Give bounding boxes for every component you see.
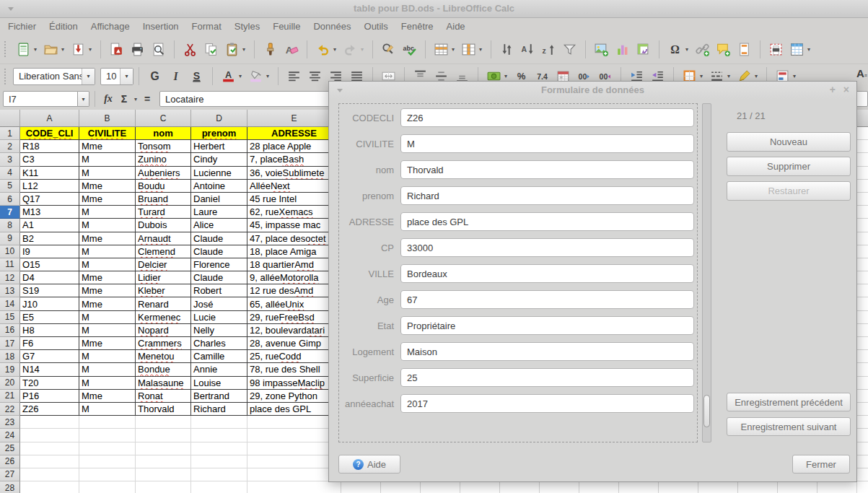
cell-E22[interactable]: place des GPL xyxy=(247,403,341,416)
cell-D20[interactable]: Louise xyxy=(191,377,247,390)
cell-C19[interactable]: Bondue xyxy=(136,363,191,376)
cell-C22[interactable]: Thorvald xyxy=(136,403,191,416)
cell-S24[interactable] xyxy=(857,429,868,442)
cell-B14[interactable]: Mme xyxy=(79,297,136,310)
cell-C13[interactable]: Kleber xyxy=(136,284,191,297)
print-area-icon[interactable] xyxy=(768,40,785,58)
cell-J28[interactable] xyxy=(500,481,540,493)
cell-A15[interactable]: E5 xyxy=(20,311,79,324)
row-header-16[interactable]: 16 xyxy=(0,324,20,337)
insert-chart-button[interactable] xyxy=(614,40,631,58)
cell-E2[interactable]: 28 place Apple xyxy=(247,140,341,153)
insert-comment-icon[interactable] xyxy=(715,40,732,58)
undo-dropdown-icon[interactable]: ▾ xyxy=(332,46,338,53)
special-character-icon[interactable]: Ω xyxy=(667,40,684,58)
clear-formatting-button[interactable]: A xyxy=(283,40,300,58)
cell-C20[interactable]: Malasaune xyxy=(136,377,191,390)
cell-E3[interactable]: 7, place Bash xyxy=(247,153,341,166)
cell-S23[interactable] xyxy=(857,416,868,429)
align-left-icon[interactable] xyxy=(286,68,303,85)
insert-comment-button[interactable] xyxy=(715,40,732,58)
cell-S18[interactable] xyxy=(857,350,868,363)
select-all-corner[interactable] xyxy=(0,110,20,127)
format-currency-dropdown-icon[interactable]: ▾ xyxy=(503,73,509,79)
cell-C9[interactable]: Arnaudt xyxy=(136,232,191,245)
cell-A21[interactable]: P16 xyxy=(20,390,79,403)
cell-C24[interactable] xyxy=(136,429,191,442)
font-color-dropdown-icon[interactable]: ▾ xyxy=(237,73,244,79)
row-header-24[interactable]: 24 xyxy=(0,429,20,442)
cell-E4[interactable]: 36, voie Sublimete xyxy=(247,167,341,180)
print-area-button[interactable] xyxy=(768,40,785,58)
cell-D15[interactable]: Lucie xyxy=(191,311,247,324)
cell-D2[interactable]: Herbert xyxy=(191,140,247,153)
cell-D7[interactable]: Laure xyxy=(191,206,247,219)
spelling-button[interactable]: abc xyxy=(401,40,418,58)
cell-G28[interactable] xyxy=(381,481,421,493)
cell-E9[interactable]: 47, place des octet xyxy=(247,232,341,245)
field-input-superficie[interactable] xyxy=(400,368,694,387)
highlight-color-dropdown-icon[interactable]: ▾ xyxy=(265,73,271,79)
cell-N28[interactable] xyxy=(659,481,698,493)
cell-E15[interactable]: 29, rue FreeBsd xyxy=(247,311,341,324)
sort-button[interactable] xyxy=(499,40,516,58)
menu-item-fichier[interactable]: Fichier xyxy=(1,19,43,34)
dialog-float-icon[interactable]: + xyxy=(830,82,836,99)
cell-E13[interactable]: 12 rue des Amd xyxy=(247,284,341,297)
autofilter-icon[interactable] xyxy=(561,40,579,58)
cell-D5[interactable]: Antoine xyxy=(191,180,247,193)
delete-record-button[interactable]: Supprimer xyxy=(727,157,851,176)
new-document-icon[interactable] xyxy=(15,40,32,58)
cell-C25[interactable] xyxy=(136,442,191,455)
special-character-button[interactable]: Ω▾ xyxy=(667,40,691,58)
menu-item-insertion[interactable]: Insertion xyxy=(136,19,185,34)
cell-S15[interactable] xyxy=(857,311,868,324)
cell-E16[interactable]: 12, boulevard atari xyxy=(247,324,341,337)
field-input-anneeachat[interactable] xyxy=(400,394,694,413)
menu-item-affichage[interactable]: Affichage xyxy=(84,19,136,34)
cell-A25[interactable] xyxy=(20,442,79,455)
cell-B17[interactable]: Mme xyxy=(79,337,136,350)
cell-C8[interactable]: Dubois xyxy=(136,219,191,232)
row-header-25[interactable]: 25 xyxy=(0,442,20,455)
cell-A17[interactable]: F6 xyxy=(20,337,79,350)
row-header-20[interactable]: 20 xyxy=(0,377,20,390)
cell-E7[interactable]: 62, rue Xemacs xyxy=(247,206,341,219)
sum-dropdown-icon[interactable]: ▾ xyxy=(132,96,139,102)
find-replace-icon[interactable] xyxy=(380,40,398,58)
cell-B24[interactable] xyxy=(79,429,136,442)
cell-E12[interactable]: 9, allée Motorolla xyxy=(247,271,341,284)
export-pdf-button[interactable] xyxy=(108,40,126,58)
cell-D25[interactable] xyxy=(191,442,247,455)
cell-E23[interactable] xyxy=(247,416,341,429)
cell-C18[interactable]: Menetou xyxy=(136,350,191,363)
cut-button[interactable] xyxy=(182,40,199,58)
next-record-button[interactable]: Enregistrement suivant xyxy=(727,417,851,436)
cell-F28[interactable] xyxy=(341,481,381,493)
cell-B19[interactable]: M xyxy=(79,363,136,376)
new-document-button[interactable]: ▾ xyxy=(15,40,39,58)
cell-E26[interactable] xyxy=(247,455,341,468)
row-header-4[interactable]: 4 xyxy=(0,167,20,180)
row-header-5[interactable]: 5 xyxy=(0,180,20,193)
column-header-E[interactable]: E xyxy=(247,110,341,127)
cell-S21[interactable] xyxy=(857,390,868,403)
bold-button[interactable]: G xyxy=(146,68,164,85)
row-header-26[interactable]: 26 xyxy=(0,455,20,468)
cell-B5[interactable]: Mme xyxy=(79,180,136,193)
cell-B6[interactable]: Mme xyxy=(79,193,136,206)
cell-C15[interactable]: Kermenec xyxy=(136,311,191,324)
menu-item-format[interactable]: Format xyxy=(185,19,228,34)
column-header-A[interactable]: A xyxy=(20,110,79,127)
cell-B3[interactable]: M xyxy=(79,153,136,166)
cell-A7[interactable]: M13 xyxy=(20,206,79,219)
form-scrollbar[interactable] xyxy=(702,103,711,442)
cell-B23[interactable] xyxy=(79,416,136,429)
cell-D18[interactable]: Camille xyxy=(191,350,247,363)
cell-C1[interactable]: nom xyxy=(136,127,191,140)
cell-R28[interactable] xyxy=(817,481,857,493)
pivot-table-button[interactable] xyxy=(635,40,652,58)
previous-record-button[interactable]: Enregistrement précédent xyxy=(727,393,851,411)
close-button[interactable]: Fermer xyxy=(792,455,850,474)
cell-E1[interactable]: ADRESSE xyxy=(247,127,341,140)
